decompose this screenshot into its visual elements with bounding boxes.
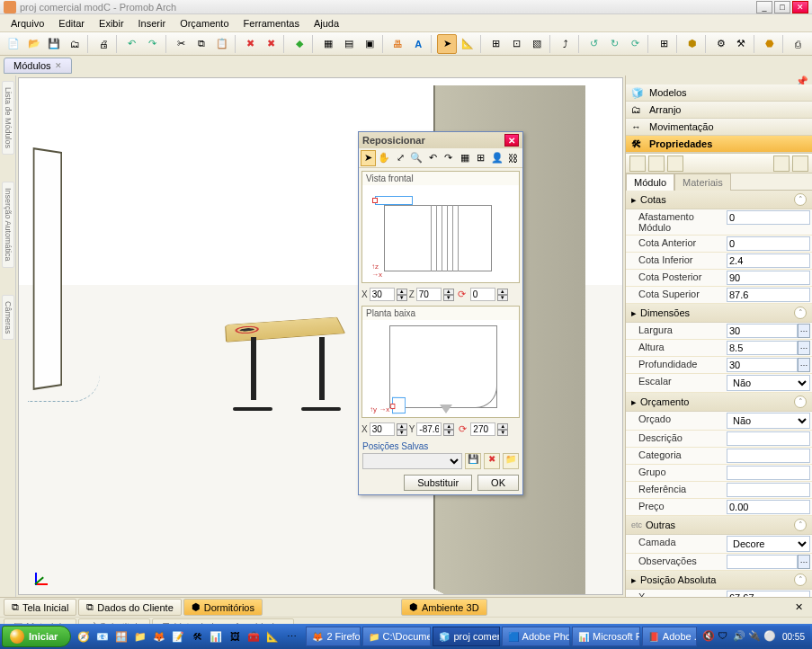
delete-icon[interactable]: ✖ [241, 34, 261, 54]
grupo-input[interactable] [727, 466, 810, 480]
close-button[interactable]: ✕ [792, 1, 808, 13]
new-icon[interactable]: 📄 [4, 34, 23, 54]
spin-up-icon[interactable]: ▲ [497, 289, 508, 295]
box-icon[interactable]: ⬢ [683, 34, 702, 54]
menu-arquivo[interactable]: Arquivo [4, 16, 51, 31]
open-icon[interactable]: 📂 [24, 34, 44, 54]
task-firefox[interactable]: 🦊 2 Firefox [306, 627, 360, 646]
measure-icon[interactable]: 📐 [458, 34, 477, 54]
collapse-icon[interactable]: ˄ [794, 396, 807, 408]
afastamento-input[interactable] [727, 210, 810, 225]
group-posicao[interactable]: ▸ Posição Absoluta ˄ [626, 571, 812, 590]
close-icon[interactable]: ✕ [55, 61, 62, 70]
sidetab-cameras[interactable]: Câmeras [2, 295, 14, 341]
front-rot-input[interactable] [470, 288, 495, 301]
descricao-input[interactable] [727, 431, 810, 446]
menu-inserir[interactable]: Inserir [131, 16, 174, 31]
pp-btn5-icon[interactable] [792, 156, 808, 172]
camera-icon[interactable]: ⊞ [486, 34, 506, 54]
text-icon[interactable]: A [408, 34, 428, 54]
categoria-input[interactable] [727, 449, 810, 463]
layers-icon[interactable]: ▤ [339, 34, 359, 54]
tray-icon[interactable]: 🔇 [702, 630, 715, 643]
snap-icon[interactable]: ⊞ [473, 150, 488, 166]
section-propriedades[interactable]: 🛠 Propriedades [626, 136, 812, 153]
menu-exibir[interactable]: Exibir [92, 16, 131, 31]
spin-down-icon[interactable]: ▼ [397, 430, 407, 436]
collapse-icon[interactable]: ˄ [794, 519, 807, 531]
ql-icon[interactable]: 🖼 [226, 627, 244, 646]
pin-icon[interactable]: 📌 [626, 76, 812, 84]
collapse-icon[interactable]: ˄ [794, 307, 807, 319]
spin-down-icon[interactable]: ▼ [443, 295, 454, 301]
plan-y-input[interactable] [416, 422, 442, 436]
delete2-icon[interactable]: ✖ [262, 34, 281, 54]
start-button[interactable]: Iniciar [2, 626, 71, 647]
pointer-icon[interactable]: ➤ [361, 150, 376, 166]
redo-icon[interactable]: ↷ [143, 34, 163, 54]
tab-modulo[interactable]: Módulo [626, 173, 674, 191]
ok-button[interactable]: OK [477, 475, 519, 491]
paste-icon[interactable]: 📋 [212, 34, 232, 54]
spin-up-icon[interactable]: ▲ [443, 423, 454, 430]
collapse-icon[interactable]: ˄ [794, 193, 807, 206]
tray-icon[interactable]: ⚪ [763, 630, 776, 643]
undo-icon[interactable]: ↶ [425, 150, 441, 166]
escalar-select[interactable]: Não [727, 375, 810, 391]
cota-anterior-input[interactable] [727, 236, 810, 251]
delete-pos-icon[interactable]: ✖ [484, 453, 500, 469]
help-icon[interactable]: ⎙ [789, 34, 808, 54]
ql-icon[interactable]: 📐 [263, 627, 281, 646]
settings2-icon[interactable]: ⚒ [731, 34, 751, 54]
folder-pos-icon[interactable]: 📁 [503, 453, 519, 469]
undo-icon[interactable]: ↶ [122, 34, 142, 54]
pp-btn4-icon[interactable] [773, 156, 790, 172]
zoom-icon[interactable]: 🔍 [409, 150, 424, 166]
exit-icon[interactable]: ⤴ [556, 34, 576, 54]
spin-down-icon[interactable]: ▼ [497, 430, 508, 436]
pp-btn3-icon[interactable] [667, 156, 683, 172]
group-dimensoes[interactable]: ▸ Dimensões ˄ [626, 304, 812, 323]
spin-up-icon[interactable]: ▲ [397, 289, 407, 295]
dialog-close-icon[interactable]: ✕ [504, 134, 519, 147]
var-icon[interactable]: ⛓ [505, 150, 521, 166]
largura-input[interactable] [727, 324, 798, 338]
front-view-canvas[interactable]: ↑z→x [362, 185, 519, 282]
minimize-button[interactable]: _ [756, 1, 772, 13]
cota-inferior-input[interactable] [727, 253, 810, 268]
ql-icon[interactable]: ⋯ [282, 627, 300, 646]
plan-x-input[interactable] [370, 422, 395, 436]
cota-posterior-input[interactable] [727, 271, 810, 285]
menu-ferramentas[interactable]: Ferramentas [236, 16, 307, 31]
tab-dormitorios[interactable]: ⬢Dormitórios [183, 599, 263, 616]
cut-icon[interactable]: ✂ [171, 34, 191, 54]
redo-icon[interactable]: ↷ [442, 150, 457, 166]
ql-icon[interactable]: 📊 [207, 627, 225, 646]
select-icon[interactable]: ◆ [290, 34, 309, 54]
more-icon[interactable]: … [798, 324, 810, 338]
group-icon[interactable]: ▣ [360, 34, 379, 54]
altura-input[interactable] [727, 341, 798, 355]
plan-rot-input[interactable] [470, 422, 495, 436]
spin-up-icon[interactable]: ▲ [443, 289, 454, 295]
ql-icon[interactable]: 🧰 [245, 627, 263, 646]
task-powerpoint[interactable]: 📊 Microsoft P... [572, 627, 640, 646]
pp-btn1-icon[interactable] [629, 156, 646, 172]
print2-icon[interactable]: 🖶 [388, 34, 408, 54]
dialog-titlebar[interactable]: Reposicionar ✕ [359, 132, 522, 148]
copy-icon[interactable]: ⧉ [192, 34, 211, 54]
person-icon[interactable]: 👤 [489, 150, 504, 166]
rotate-left-icon[interactable]: ↺ [584, 34, 604, 54]
ql-icon[interactable]: 🛠 [188, 627, 206, 646]
render-icon[interactable]: ⊡ [506, 34, 526, 54]
collapse-icon[interactable]: ˄ [794, 573, 807, 586]
more-icon[interactable]: … [798, 358, 810, 372]
tab-close-icon[interactable]: ✕ [790, 601, 808, 613]
tab-ambiente-3d[interactable]: ⬢Ambiente 3D [401, 599, 487, 616]
spin-up-icon[interactable]: ▲ [397, 423, 407, 430]
rotate3-icon[interactable]: ⟳ [625, 34, 645, 54]
grid-icon[interactable]: ▦ [318, 34, 338, 54]
plan-view-canvas[interactable]: ↑y →x [362, 320, 519, 417]
cota-superior-input[interactable] [727, 288, 810, 302]
group-cotas[interactable]: ▸ Cotas ˄ [626, 191, 812, 209]
